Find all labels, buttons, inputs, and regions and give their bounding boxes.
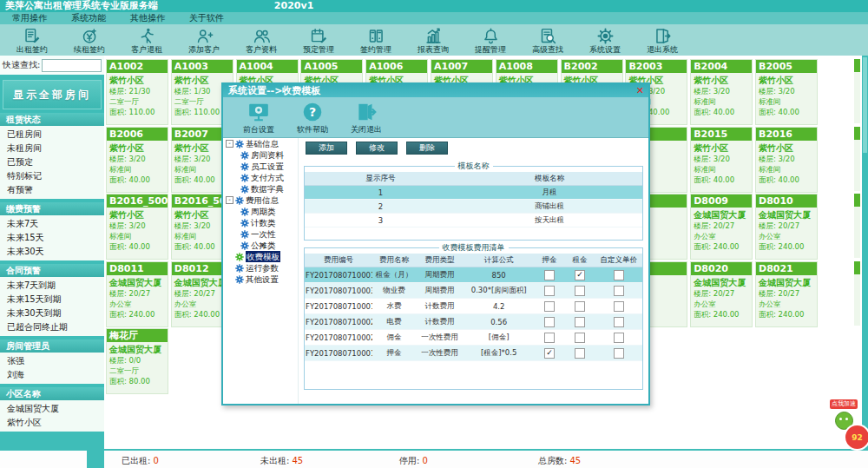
- deposit-checkbox[interactable]: [544, 333, 555, 343]
- room-card[interactable]: A1002紫竹小区楼层: 21/30二室一厅面积: 110.00: [106, 59, 168, 125]
- fee-row[interactable]: FY2017080710001押金一次性费用[租金]*0.5✓: [305, 346, 642, 361]
- toolbar-button-report-query[interactable]: 报表查询: [404, 25, 462, 55]
- toolbar-button-contract-manage[interactable]: 签约管理: [347, 25, 404, 55]
- menubar-item[interactable]: 其他操作: [118, 12, 177, 24]
- deposit-checkbox[interactable]: [544, 286, 555, 296]
- sidebar-item[interactable]: 未来30天到期: [0, 307, 104, 320]
- settings-tree-item[interactable]: -基础信息: [223, 138, 298, 149]
- rent-checkbox[interactable]: [575, 348, 585, 359]
- template-row[interactable]: 1月租: [305, 186, 642, 200]
- toolbar-button-exit-system[interactable]: 退出系统: [634, 25, 691, 55]
- dialog-button-front-desk-settings[interactable]: 前台设置: [232, 101, 286, 134]
- add-button[interactable]: 添加: [306, 142, 347, 155]
- room-card[interactable]: D8021金城国贸大厦楼层: 20/27办公室面积: 240.00: [755, 261, 818, 327]
- rent-checkbox[interactable]: [575, 301, 585, 312]
- room-card[interactable]: B2004紫竹小区楼层: 3/20标准间面积: 40.00: [690, 59, 753, 125]
- sidebar-item[interactable]: 张强: [0, 354, 104, 368]
- fee-row[interactable]: FY2017080710002电费计数费用0.56: [305, 314, 642, 330]
- mascot-badge[interactable]: 92: [844, 424, 868, 451]
- show-all-rooms-button[interactable]: 显示全部房间: [3, 80, 102, 109]
- room-card[interactable]: B2016_5001紫竹小区楼层: 3/20标准间面积: 40.00: [106, 194, 168, 260]
- sidebar-item[interactable]: 已超合同终止期: [0, 320, 104, 334]
- sidebar-item[interactable]: 未来15天: [0, 231, 104, 245]
- settings-tree-item[interactable]: -费用信息: [223, 194, 298, 206]
- fee-row[interactable]: FY2017080710002佣金一次性费用[佣金]: [305, 330, 642, 346]
- sidebar-item[interactable]: 特别标记: [0, 169, 104, 183]
- room-card[interactable]: 梅花厅金城国贸大厦楼层: 0/0二室一厅面积: 80.00: [106, 328, 168, 394]
- rent-checkbox[interactable]: [575, 333, 585, 343]
- room-card[interactable]: B2005紫竹小区楼层: 3/20标准间面积: 40.00: [755, 59, 818, 125]
- room-card[interactable]: D8011金城国贸大厦楼层: 20/27办公室面积: 240.00: [106, 261, 168, 327]
- scrollbar-thumb[interactable]: [863, 57, 867, 153]
- deposit-checkbox[interactable]: ✓: [544, 348, 555, 359]
- settings-tree-item[interactable]: 一次性: [223, 228, 298, 240]
- toolbar-button-system-settings[interactable]: 系统设置: [576, 25, 634, 55]
- rent-checkbox[interactable]: ✓: [575, 270, 585, 280]
- quick-find-input[interactable]: [42, 59, 102, 72]
- contact-mascot[interactable]: 点我加速 92: [828, 398, 868, 455]
- dialog-close-button[interactable]: ✕: [636, 84, 644, 97]
- settings-tree-item[interactable]: 收费模板: [223, 251, 298, 262]
- settings-tree-item[interactable]: 房间资料: [223, 149, 298, 161]
- custom-price-checkbox[interactable]: [614, 301, 624, 312]
- sidebar-item[interactable]: 已预定: [0, 155, 104, 169]
- deposit-checkbox[interactable]: [544, 301, 555, 312]
- template-row[interactable]: 2商铺出租: [305, 200, 642, 214]
- settings-tree-item[interactable]: 周期类: [223, 206, 298, 217]
- toolbar-button-rent-sign[interactable]: 出租签约: [3, 25, 61, 55]
- room-card[interactable]: B2015紫竹小区楼层: 3/20标准间面积: 40.00: [690, 127, 753, 193]
- menubar-item[interactable]: 系统功能: [59, 12, 118, 24]
- room-card[interactable]: D8010金城国贸大厦楼层: 20/27办公室面积: 240.00: [755, 194, 818, 260]
- custom-price-checkbox[interactable]: [614, 333, 624, 343]
- sidebar-item[interactable]: 未来15天到期: [0, 293, 104, 307]
- tree-expander-icon[interactable]: -: [226, 196, 233, 204]
- fee-row[interactable]: FY2017080710001租金（月）周期费用850✓: [305, 267, 642, 283]
- sidebar-item[interactable]: 有预警: [0, 183, 104, 197]
- sidebar-item[interactable]: 未来7天到期: [0, 279, 104, 293]
- settings-tree-item[interactable]: 支付方式: [223, 172, 298, 183]
- custom-price-checkbox[interactable]: [614, 270, 624, 280]
- menubar-item[interactable]: 常用操作: [0, 12, 59, 24]
- settings-tree-item[interactable]: 计数类: [223, 217, 298, 228]
- rent-checkbox[interactable]: [575, 286, 585, 296]
- sidebar-item[interactable]: 金城国贸大厦: [0, 402, 104, 416]
- toolbar-button-customer-info[interactable]: 客户资料: [233, 25, 290, 55]
- dialog-button-software-help[interactable]: ?软件帮助: [286, 101, 339, 134]
- settings-tree-item[interactable]: 其他设置: [223, 274, 298, 285]
- toolbar-button-advanced-search[interactable]: 高级查找: [519, 25, 576, 55]
- toolbar-button-reminder-manage[interactable]: 提醒管理: [462, 25, 519, 55]
- toolbar-button-add-customer[interactable]: 添加客户: [175, 25, 233, 55]
- fee-row[interactable]: FY2017080710001水费计数费用4.2: [305, 299, 642, 314]
- room-card[interactable]: B2006紫竹小区楼层: 3/20标准间面积: 40.00: [106, 127, 168, 193]
- toolbar-button-customer-checkout[interactable]: 客户退租: [118, 25, 175, 55]
- custom-price-checkbox[interactable]: [614, 286, 624, 296]
- settings-tree-item[interactable]: 运行参数: [223, 262, 298, 274]
- sidebar-item[interactable]: 已租房间: [0, 128, 104, 142]
- toolbar-button-booking-manage[interactable]: 预定管理: [290, 25, 347, 55]
- settings-tree-item[interactable]: 员工设置: [223, 161, 298, 172]
- room-card[interactable]: B2016紫竹小区楼层: 3/20标准间面积: 40.00: [755, 127, 818, 193]
- mascot-bubble[interactable]: 点我加速: [830, 399, 858, 409]
- menubar-item[interactable]: 关于软件: [177, 12, 236, 24]
- sidebar-item[interactable]: 刘海: [0, 368, 104, 382]
- sidebar-item[interactable]: 未来7天: [0, 217, 104, 231]
- modify-button[interactable]: 修改: [356, 142, 398, 155]
- room-card[interactable]: D8020金城国贸大厦楼层: 20/27办公室面积: 240.00: [690, 261, 753, 327]
- tree-expander-icon[interactable]: -: [226, 140, 233, 148]
- sidebar-item[interactable]: 未租房间: [0, 142, 104, 155]
- rent-checkbox[interactable]: [575, 317, 585, 327]
- template-row[interactable]: 3按天出租: [305, 214, 642, 227]
- custom-price-checkbox[interactable]: [614, 348, 624, 359]
- dialog-button-close-exit[interactable]: 关闭退出: [339, 101, 393, 134]
- settings-tree-item[interactable]: 公摊类: [223, 240, 298, 251]
- deposit-checkbox[interactable]: [544, 270, 555, 280]
- room-card[interactable]: D8009金城国贸大厦楼层: 20/27办公室面积: 240.00: [690, 194, 753, 260]
- deposit-checkbox[interactable]: [544, 317, 555, 327]
- sidebar-item[interactable]: 紫竹小区: [0, 416, 104, 430]
- delete-button[interactable]: 删除: [406, 142, 448, 155]
- vertical-scrollbar[interactable]: [862, 56, 868, 449]
- sidebar-item[interactable]: 未来30天: [0, 245, 104, 259]
- fee-row[interactable]: FY2017080710003物业费周期费用0.30*[房间面积]: [305, 283, 642, 299]
- custom-price-checkbox[interactable]: [614, 317, 624, 327]
- toolbar-button-renew-sign[interactable]: 续租签约: [61, 25, 118, 55]
